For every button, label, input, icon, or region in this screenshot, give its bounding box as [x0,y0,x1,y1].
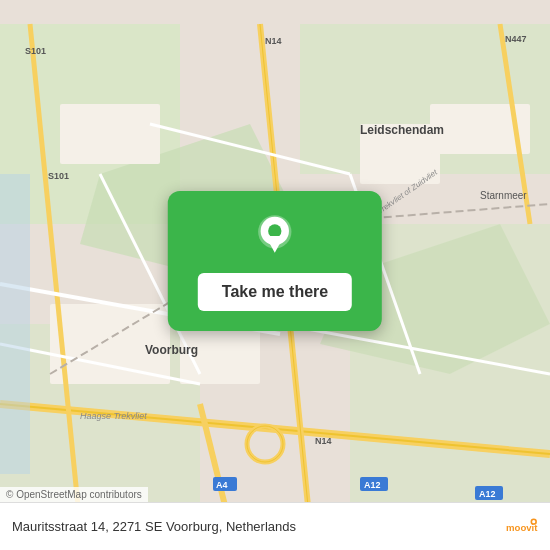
svg-rect-11 [60,104,160,164]
location-pin-icon [250,211,300,261]
svg-text:N14: N14 [265,36,282,46]
copyright-bar: © OpenStreetMap contributors [0,487,148,502]
svg-text:Voorburg: Voorburg [145,343,198,357]
svg-text:A12: A12 [479,489,496,499]
moovit-icon: moovit [506,511,538,543]
svg-text:A4: A4 [216,480,228,490]
svg-text:Haagse Trekvliet: Haagse Trekvliet [80,411,147,421]
svg-text:N447: N447 [505,34,527,44]
take-me-there-button[interactable]: Take me there [198,273,352,311]
svg-text:N14: N14 [315,436,332,446]
svg-point-54 [532,520,535,523]
bottom-bar: Mauritsstraat 14, 2271 SE Voorburg, Neth… [0,502,550,550]
svg-text:Starnmeer: Starnmeer [480,190,527,201]
map-container: S101 S101 N14 N14 N447 Haagse Trekvliet … [0,0,550,550]
svg-text:A12: A12 [364,480,381,490]
moovit-logo: moovit [506,511,538,543]
svg-text:S101: S101 [48,171,69,181]
address-label: Mauritsstraat 14, 2271 SE Voorburg, Neth… [12,519,296,534]
svg-point-50 [268,224,281,237]
destination-card: Take me there [168,191,382,331]
svg-rect-45 [0,174,30,474]
svg-text:S101: S101 [25,46,46,56]
svg-text:Leidschendam: Leidschendam [360,123,444,137]
copyright-text: © OpenStreetMap contributors [6,489,142,500]
